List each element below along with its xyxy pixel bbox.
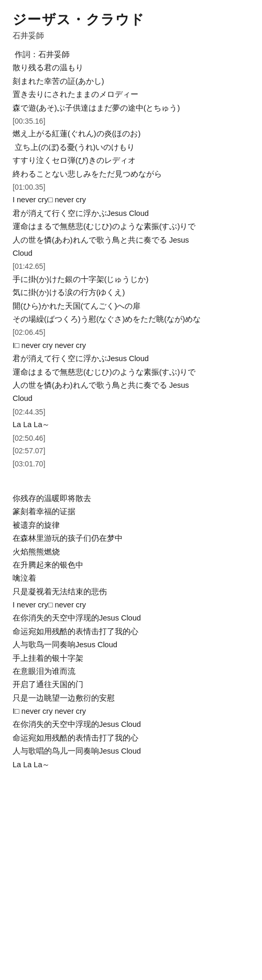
lyric-line: 君が消えて行く空に浮かぶJesus Cloud xyxy=(13,352,249,365)
timestamp-line: [01:42.65] xyxy=(13,260,249,273)
translation-line: I never cry□ never cry xyxy=(13,598,249,612)
lyric-line: その場繰(ばつくろ)う慰(なぐさ)めをただ眺(なが)めな xyxy=(13,313,249,326)
lyric-line: 置き去りにされたままのメロディー xyxy=(13,88,249,101)
lyric-line: 人の世を憐(あわ)れんで歌う鳥と共に奏でる Jesus xyxy=(13,234,249,247)
translation-line: 在升腾起来的银色中 xyxy=(13,559,249,572)
timestamp-line: [00:35.16] xyxy=(13,115,249,128)
lyric-line: I□ never cry never cry xyxy=(13,339,249,352)
lyric-line: Cloud xyxy=(13,247,249,260)
translation-line: 开启了通往天国的门 xyxy=(13,678,249,691)
lyric-line: 運命はまるで無慈悲(むじひ)のような素振(すぶ)りで xyxy=(13,366,249,379)
translation-line: 在意眼泪为谁而流 xyxy=(13,665,249,678)
translation-line: 手上挂着的银十字架 xyxy=(13,652,249,665)
lyric-line: Cloud xyxy=(13,392,249,405)
translation-line: 只是凝视着无法结束的悲伤 xyxy=(13,585,249,598)
translation-line: La La La～ xyxy=(13,758,249,771)
timestamp-line: [02:57.07] xyxy=(13,444,249,458)
lyric-line: 刻まれた幸苦の証(あかし) xyxy=(13,75,249,88)
lyrics-section: 作詞：石井妥師散り残る君の温もり刻まれた幸苦の証(あかし)置き去りにされたままの… xyxy=(13,48,249,470)
lyric-line: 開(ひら)かれた天国(てんごく)への扉 xyxy=(13,300,249,313)
translation-line: 在你消失的天空中浮现的Jesus Cloud xyxy=(13,612,249,625)
translation-line: 噙泣着 xyxy=(13,572,249,585)
lyric-line: 人の世を憐(あわ)れんで歌う鳥と共に奏でる Jesus xyxy=(13,379,249,392)
translation-line: 在你消失的天空中浮现的Jesus Cloud xyxy=(13,718,249,731)
lyric-line: 森で遊(あそ)ぶ子供達はまだ夢の途中(とちゅう) xyxy=(13,102,249,115)
lyric-line: 手に掛(か)けた銀の十字架(じゅうじか) xyxy=(13,273,249,286)
translation-line: 人与歌唱的鸟儿一同奏响Jesus Cloud xyxy=(13,745,249,758)
timestamp-line: [02:06.45] xyxy=(13,326,249,339)
page-title: ジーザス・クラウド xyxy=(13,10,249,29)
lyric-line: I never cry□ never cry xyxy=(13,193,249,206)
timestamp-line: [03:01.70] xyxy=(13,458,249,471)
timestamp-line: [02:50.46] xyxy=(13,432,249,445)
translation-line: 你残存的温暖即将散去 xyxy=(13,492,249,505)
translation-line: I□ never cry never cry xyxy=(13,705,249,718)
translation-line: 只是一边眺望一边敷衍的安慰 xyxy=(13,692,249,705)
lyric-line: 君が消えて行く空に浮かぶJesus Cloud xyxy=(13,207,249,220)
lyric-line: 燃え上がる紅蓮(ぐれん)の炎(ほのお) xyxy=(13,127,249,140)
translation-line: 被遗弃的旋律 xyxy=(13,519,249,532)
lyric-line: 立ち上(のぼ)る憂(うれ)いのけもり xyxy=(13,141,249,154)
translation-line: 人与歌鸟一同奏响Jesus Cloud xyxy=(13,638,249,651)
lyric-line: 作詞：石井妥師 xyxy=(13,48,249,61)
lyric-line: 気に掛(か)ける涙の行方(ゆくえ) xyxy=(13,286,249,299)
translation-section: 你残存的温暖即将散去篆刻着幸福的证据被遗弃的旋律在森林里游玩的孩子们仍在梦中火焰… xyxy=(13,492,249,771)
translation-line: 篆刻着幸福的证据 xyxy=(13,505,249,518)
timestamp-line: [02:44.35] xyxy=(13,406,249,419)
timestamp-line: [01:00.35] xyxy=(13,181,249,194)
lyric-line: 運命はまるで無慈悲(むじひ)のような素振(すぶ)りで xyxy=(13,220,249,233)
translation-line: 在森林里游玩的孩子们仍在梦中 xyxy=(13,532,249,545)
lyric-line: 散り残る君の温もり xyxy=(13,61,249,74)
lyric-line: 終わることない悲しみをただ見つめながら xyxy=(13,168,249,181)
translation-line: 命运宛如用残酷的表情击打了我的心 xyxy=(13,625,249,638)
translation-line: 命运宛如用残酷的表情击打了我的心 xyxy=(13,732,249,745)
translation-line: 火焰熊熊燃烧 xyxy=(13,546,249,559)
lyric-line: すすり泣くセロ弾(び)きのレディオ xyxy=(13,154,249,167)
artist-name: 石井妥師 xyxy=(13,31,249,41)
lyric-line: La La La～ xyxy=(13,418,249,431)
